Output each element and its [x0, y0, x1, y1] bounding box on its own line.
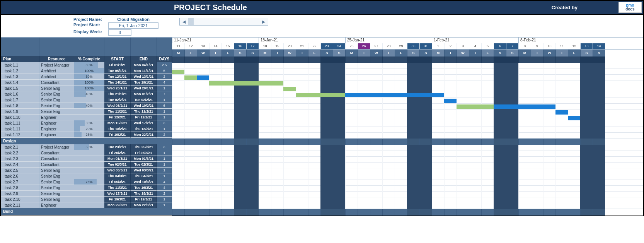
gantt-row: [172, 186, 643, 192]
weekday-label: S: [419, 50, 432, 56]
group-header[interactable]: Build: [1, 208, 172, 215]
display-week-input[interactable]: 3: [108, 29, 131, 36]
scroll-thumb[interactable]: [188, 18, 194, 25]
task-end: Wed 10/3/21: [131, 179, 157, 185]
task-resource: Senior Eng: [39, 109, 74, 115]
task-row[interactable]: task 1.3Architect50%Tue 12/1/21Wed 13/1/…: [1, 74, 172, 80]
task-row[interactable]: task 1.10EngineerFri 12/2/21Fri 12/2/211: [1, 115, 172, 120]
task-days: 2: [157, 132, 172, 138]
task-days: 4: [157, 185, 172, 191]
day-number: 16: [234, 43, 246, 49]
gantt-row: [172, 115, 643, 121]
task-row[interactable]: task 1.2Architect100%Tue 05/1/21Mon 11/1…: [1, 68, 172, 74]
created-by-label: Created by: [552, 5, 578, 10]
project-start-label: Project Start:: [73, 22, 108, 29]
task-resource: Engineer: [39, 202, 74, 208]
task-end: Tue 19/1/21: [131, 80, 157, 86]
gantt-row: [172, 110, 643, 115]
day-number: 23: [320, 43, 333, 49]
task-start: Fri 12/2/21: [104, 115, 131, 120]
task-row[interactable]: task 2.2ConsultantFri 26/2/21Fri 26/2/21…: [1, 150, 172, 156]
day-number: 22: [308, 43, 320, 49]
task-days: 7: [157, 91, 172, 97]
bar-remaining: [494, 104, 555, 109]
logo: pmodocs: [618, 2, 642, 13]
group-header[interactable]: Design: [1, 138, 172, 144]
task-days: 1: [157, 156, 172, 162]
task-pct: 25%: [74, 132, 104, 138]
col-resource: Resource: [39, 56, 74, 62]
task-days: 2.5: [157, 62, 172, 68]
task-name: task 2.3: [1, 156, 39, 162]
task-row[interactable]: task 1.12Engineer25%Fri 19/2/21Mon 22/2/…: [1, 132, 172, 138]
bar-complete: [457, 104, 494, 109]
day-number: 2: [444, 43, 457, 49]
task-row[interactable]: task 1.9Senior EngThu 11/2/21Thu 11/2/21…: [1, 109, 172, 115]
task-name: task 1.5: [1, 86, 39, 91]
bar-complete: [209, 81, 283, 86]
gantt-row: [172, 69, 643, 75]
task-end: Fri 19/3/21: [131, 197, 157, 202]
week-label: 25-Jan-21: [345, 38, 432, 43]
task-start: Wed 03/3/21: [104, 168, 131, 173]
task-row[interactable]: task 2.8Senior EngThu 11/3/21Tue 16/3/21…: [1, 185, 172, 191]
project-start-input[interactable]: Fri, 1-Jan-2021: [108, 22, 158, 29]
weekday-label: S: [246, 50, 259, 56]
day-number: 30: [407, 43, 419, 49]
task-resource: Consultant: [39, 156, 74, 162]
day-number: 6: [494, 43, 506, 49]
task-row[interactable]: task 1.1Project Manager80%Fri 01/1/21Mon…: [1, 62, 172, 68]
task-days: 1: [157, 86, 172, 91]
task-pct: [74, 115, 104, 120]
day-number: 10: [543, 43, 555, 49]
task-row[interactable]: task 2.5Senior EngWed 03/3/21Wed 03/3/21…: [1, 168, 172, 173]
weekday-label: T: [382, 50, 395, 56]
day-number: 25: [345, 43, 358, 49]
task-end: Mon 22/3/21: [131, 202, 157, 208]
gantt-row: [172, 86, 643, 92]
task-row[interactable]: task 1.5Senior Eng100%Wed 20/1/21Wed 20/…: [1, 86, 172, 91]
task-resource: Senior Eng: [39, 103, 74, 109]
task-row[interactable]: task 2.10Senior EngFri 19/3/21Fri 19/3/2…: [1, 197, 172, 202]
gantt-row: [172, 145, 643, 151]
task-row[interactable]: task 1.7Senior EngTue 02/2/21Tue 02/2/21…: [1, 97, 172, 103]
task-row[interactable]: task 1.11Engineer35%Mon 15/2/21Wed 17/2/…: [1, 120, 172, 126]
task-end: Fri 12/2/21: [131, 115, 157, 120]
task-row[interactable]: task 2.9Senior EngWed 17/3/21Thu 18/3/21…: [1, 191, 172, 197]
task-row[interactable]: task 1.4Consultant100%Thu 14/1/21Tue 19/…: [1, 80, 172, 86]
weekday-label: F: [221, 50, 234, 56]
task-pct: 40%: [74, 103, 104, 109]
task-name: task 1.9: [1, 109, 39, 115]
task-start: Thu 18/2/21: [104, 126, 131, 132]
day-number: 9: [531, 43, 543, 49]
scroll-track[interactable]: [188, 18, 259, 25]
task-days: 1: [157, 97, 172, 103]
task-resource: Senior Eng: [39, 191, 74, 197]
task-row[interactable]: task 1.11Engineer20%Thu 18/2/21Thu 18/2/…: [1, 126, 172, 132]
timeline-scrollbar[interactable]: ◀ ▶: [179, 18, 268, 26]
display-week-label: Display Week:: [73, 29, 108, 36]
day-number: 1: [432, 43, 444, 49]
task-name: task 1.12: [1, 132, 39, 138]
task-row[interactable]: task 1.6Senior Eng40%Thu 21/1/21Mon 01/2…: [1, 91, 172, 97]
task-row[interactable]: task 2.7Senior Eng75%Fri 05/3/21Wed 10/3…: [1, 179, 172, 185]
scroll-right-button[interactable]: ▶: [259, 18, 268, 25]
task-row[interactable]: task 2.4ConsultantTue 02/3/21Tue 02/3/21…: [1, 162, 172, 168]
task-row[interactable]: task 1.8Senior Eng40%Wed 03/2/21Wed 10/2…: [1, 103, 172, 109]
task-row[interactable]: task 2.11EngineerMon 22/3/21Mon 22/3/211: [1, 202, 172, 208]
col-end: END: [131, 56, 157, 62]
gantt-row: [172, 163, 643, 168]
task-row[interactable]: task 2.6Senior EngThu 04/3/21Thu 04/3/21…: [1, 173, 172, 179]
task-name: task 1.2: [1, 68, 39, 74]
task-row[interactable]: task 2.1Project Manager50%Tue 23/2/21Thu…: [1, 144, 172, 150]
scroll-left-button[interactable]: ◀: [180, 18, 188, 25]
day-number: 15: [221, 43, 234, 49]
col-days: DAYS: [157, 56, 172, 62]
task-row[interactable]: task 2.3ConsultantMon 01/3/21Mon 01/3/21…: [1, 156, 172, 162]
day-number: 14: [209, 43, 221, 49]
gantt-row: [172, 180, 643, 186]
gantt-row: [172, 174, 643, 180]
task-end: Mon 01/2/21: [131, 91, 157, 97]
task-pct: [74, 197, 104, 202]
title-bar: PROJECT Schedule Created by pmodocs: [1, 1, 643, 15]
